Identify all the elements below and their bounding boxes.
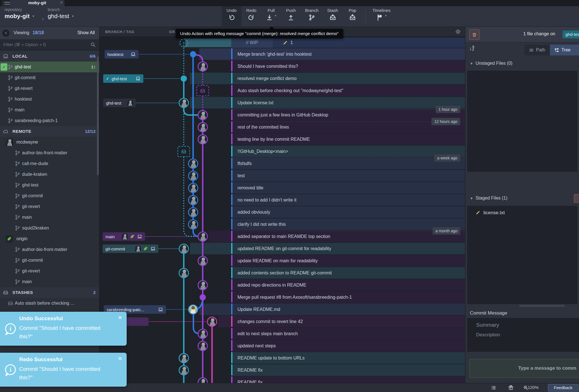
sidebar-item-main[interactable]: main	[0, 105, 100, 115]
unstage-all-button[interactable]	[574, 194, 579, 203]
sidebar-item-git-revert[interactable]: git-revert	[0, 266, 100, 276]
commit-avatar[interactable]	[198, 280, 208, 290]
toolbar-pull-button[interactable]: Pull▾	[261, 6, 281, 27]
branch-label-hooktest[interactable]: hooktest	[105, 50, 139, 59]
toolbar-timelines-button[interactable]: Timelines▾	[368, 6, 395, 27]
sidebar-item-origin[interactable]: origin	[0, 233, 100, 244]
sidebar-item-git-commit[interactable]: git-commit	[0, 190, 100, 201]
sort-files-button[interactable]: ↓ AZ	[469, 46, 474, 51]
sidebar-item-sarabreeding-patch-1[interactable]: sarabreeding-patch-1	[0, 115, 100, 126]
commit-avatar[interactable]	[188, 171, 198, 181]
chevron-down-icon: ▼	[470, 62, 473, 66]
repository-selector[interactable]: repository moby-git ▾	[5, 7, 34, 20]
sidebar-item-git-commit[interactable]: git-commit	[0, 72, 100, 83]
branch-label-ghd-test[interactable]: ghd-test	[103, 99, 136, 107]
commit-avatar[interactable]	[179, 268, 189, 278]
close-icon[interactable]: ✕	[118, 356, 122, 362]
commit-avatar[interactable]	[198, 134, 208, 144]
feedback-button[interactable]: Feedback	[548, 384, 578, 391]
branch-selector[interactable]: branch ghd-test ▾	[48, 7, 74, 20]
sidebar-section-stashes[interactable]: STASHES2	[0, 287, 100, 298]
chevron-down-icon[interactable]: ▾	[385, 14, 387, 18]
filter-input[interactable]	[3, 41, 85, 48]
sidebar-scrollbar[interactable]	[97, 57, 99, 175]
commit-avatar[interactable]	[198, 110, 208, 120]
branch-label-ghd-test[interactable]: ✓ghd-test	[103, 74, 143, 83]
commit-node[interactable]	[200, 294, 206, 300]
sidebar-item-main[interactable]: main	[0, 212, 100, 223]
commit-avatar[interactable]	[198, 122, 208, 132]
toolbar-undo-button[interactable]: Undo	[222, 6, 241, 27]
summary-field[interactable]	[476, 322, 569, 328]
commit-avatar[interactable]	[198, 61, 208, 72]
sidebar-item-author-bio-front-matter[interactable]: author-bio-front-matter	[0, 244, 100, 255]
sidebar-item-author-bio-front-matter[interactable]: author-bio-front-matter	[0, 148, 100, 158]
wip-node[interactable]	[180, 39, 188, 47]
commit-node[interactable]	[190, 51, 196, 57]
commit-avatar[interactable]	[179, 98, 189, 108]
commit-avatar[interactable]	[188, 195, 198, 205]
repo-tab[interactable]: moby-git ×	[10, 0, 64, 6]
commit-avatar[interactable]	[188, 207, 198, 217]
commit-node[interactable]	[196, 85, 209, 96]
close-icon[interactable]: ✕	[118, 315, 122, 321]
commit-avatar[interactable]	[188, 219, 198, 229]
sidebar-item-squid2kraken[interactable]: squid2kraken	[0, 223, 100, 233]
toolbar-branch-button[interactable]: Branch	[301, 6, 323, 27]
path-view-button[interactable]: Path	[524, 45, 550, 55]
sidebar-section-remote[interactable]: REMOTE12/12	[0, 126, 100, 137]
commit-avatar[interactable]	[188, 183, 198, 193]
zoom-level[interactable]: 120%	[528, 385, 539, 390]
sidebar-item-mcdwayne[interactable]: mcdwayne	[0, 137, 100, 148]
sidebar-item-hooktest[interactable]: hooktest	[0, 94, 100, 105]
commit-avatar[interactable]	[198, 256, 208, 266]
tab-title: moby-git	[28, 0, 46, 5]
gift-icon[interactable]	[508, 385, 514, 391]
toast-notification[interactable]: iRedo SuccessfulCommit "Should I have co…	[0, 353, 127, 387]
toolbar-redo-button[interactable]: Redo	[241, 6, 261, 27]
panel-drag-handle[interactable]	[519, 305, 565, 307]
commit-avatar[interactable]	[198, 329, 208, 339]
commit-avatar[interactable]	[188, 159, 198, 169]
commit-avatar[interactable]	[207, 317, 217, 327]
commit-node[interactable]	[178, 146, 190, 157]
sidebar-section-local[interactable]: LOCAL6/6	[0, 51, 100, 62]
commit-avatar[interactable]	[179, 244, 189, 254]
commit-avatar[interactable]	[198, 341, 208, 351]
sidebar-item-auto-stash-before-checking-[interactable]: Auto stash before checking ...	[0, 298, 100, 309]
sidebar-item-main[interactable]: main	[0, 276, 100, 287]
tab-close-icon[interactable]: ×	[60, 0, 62, 5]
sidebar-item-dude-kraken[interactable]: dude-kraken	[0, 169, 100, 180]
chevron-down-icon[interactable]: ▾	[33, 14, 34, 18]
toolbar-stash-button[interactable]: Stash	[323, 6, 343, 27]
branch-label-main[interactable]: main	[103, 232, 145, 241]
discard-changes-button[interactable]	[469, 29, 479, 40]
staged-file-row[interactable]: license.txt	[467, 208, 577, 218]
toolbar-push-button[interactable]: Push	[281, 6, 301, 27]
branch-badge[interactable]: ghd-tes	[563, 31, 579, 38]
sidebar-item-ghd-test[interactable]: ✓ghd-test1↑	[0, 62, 100, 72]
toast-notification[interactable]: iUndo SuccessfulCommit "Should I have co…	[0, 312, 127, 346]
commit-avatar[interactable]	[179, 353, 189, 363]
commit-node[interactable]	[181, 75, 187, 82]
branch-label-git-commit[interactable]: git-commit	[103, 244, 158, 253]
chevron-down-icon[interactable]: ▾	[275, 14, 276, 18]
show-all-button[interactable]: Show All	[77, 30, 95, 35]
commit-avatar[interactable]	[188, 304, 198, 315]
staged-files-header[interactable]: ▼Staged Files (1)	[470, 196, 507, 201]
sidebar-item-git-revert[interactable]: git-revert	[0, 201, 100, 212]
sidebar-item-git-revert[interactable]: git-revert	[0, 83, 100, 94]
sidebar-item-ghd-test[interactable]: ghd-test	[0, 180, 100, 190]
tree-view-button[interactable]: Tree	[550, 45, 579, 55]
log-list-icon[interactable]	[491, 385, 496, 391]
sidebar-item-call-me-dude[interactable]: call-me-dude	[0, 158, 100, 169]
collapse-sidebar-icon[interactable]: ‹	[2, 29, 10, 37]
commit-avatar[interactable]	[179, 365, 189, 375]
commit-button[interactable]: Type a message to comm	[469, 359, 579, 378]
description-field[interactable]	[476, 332, 569, 338]
unstaged-files-header[interactable]: ▼Unstaged Files (0)	[470, 61, 513, 66]
toolbar-pop-button[interactable]: Pop	[343, 6, 362, 27]
commit-avatar[interactable]	[198, 231, 208, 242]
sidebar-item-git-commit[interactable]: git-commit	[0, 255, 100, 266]
chevron-down-icon[interactable]: ▾	[72, 14, 74, 18]
